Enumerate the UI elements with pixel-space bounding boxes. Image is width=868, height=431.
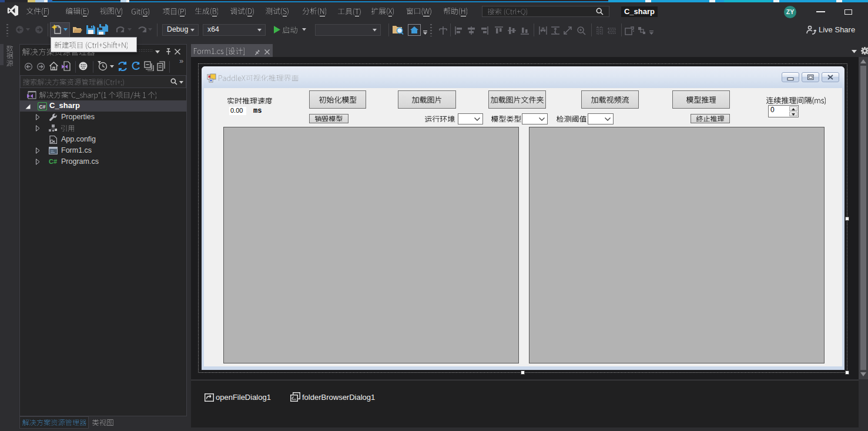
svg-text:C#: C# xyxy=(39,104,46,110)
svg-text:C#: C# xyxy=(49,158,57,165)
